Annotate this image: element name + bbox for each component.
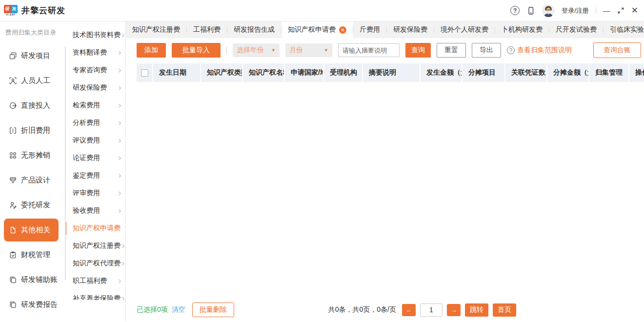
add-button[interactable]: 添加 [137,43,166,58]
subsidebar-item-ip-application-fee[interactable]: 知识产权申请费 [66,220,125,237]
subsidebar-item-demonstration-fee[interactable]: 论证费用 [66,149,125,167]
subsidebar-item-label: 专家咨询费 [73,66,107,75]
first-page-button[interactable]: 首页 [493,303,516,317]
query-ledger-button[interactable]: 查询台账 [593,42,641,58]
sidebar-item-intangible-amortization[interactable]: 无形摊销 [4,144,59,167]
subsidebar-item-tech-book-fee[interactable]: 技术图书资料费 [66,26,125,44]
tab-ip-registration[interactable]: 知识产权注册费 [126,21,186,38]
subsidebar-item-label: 鉴定费用 [73,171,100,180]
month-select-value: 月份 [289,46,324,55]
select-all-checkbox[interactable] [141,69,148,77]
main-panel: 知识产权注册费工福利费研发报告生成知识产权申请费✕斤费用研发保险费境外个人研发费… [126,21,644,322]
subsidebar-item-label: 技术图书资料费 [73,31,121,40]
sidebar-item-rd-project[interactable]: 研发项目 [4,44,59,67]
subsidebar-item-supplementary-pension-fee[interactable]: 补充养老保险费 [66,290,125,300]
chevron-right-icon [117,279,122,284]
table-column-header: 关联凭证数 [505,63,546,82]
subsidebar-item-staff-welfare-fee[interactable]: 职工福利费 [66,272,125,290]
chevron-right-icon [117,191,122,196]
subsidebar-item-appraisal-fee[interactable]: 鉴定费用 [66,167,125,184]
sidebar-item-depreciation[interactable]: 折旧费用 [4,119,59,142]
tab-bar: 知识产权注册费工福利费研发报告生成知识产权申请费✕斤费用研发保险费境外个人研发费… [126,21,644,38]
sidebar-item-product-design[interactable]: 产品设计 [4,169,59,192]
logo-right-char: 发 [11,5,18,13]
jump-button[interactable]: 跳转 [465,303,488,317]
maximize-icon[interactable] [617,7,624,14]
login-register-link[interactable]: 登录/注册 [562,6,589,15]
next-page-button[interactable]: → [447,304,461,316]
subsidebar-item-analysis-fee[interactable]: 分析费用 [66,114,125,132]
reset-button[interactable]: 重置 [437,43,466,58]
sidebar-item-rd-auxiliary-ledger[interactable]: 研发辅助账 [4,268,59,291]
person-edit-icon [9,201,17,209]
sidebar-item-label: 无形摊销 [21,151,50,160]
tab-institution-rd[interactable]: 卜机构研发费 [495,21,549,38]
circle-arrow-icon [9,101,17,110]
tab-overseas-personal[interactable]: 境外个人研发费 [434,21,495,38]
subsidebar-item-label: 分析费用 [73,119,100,127]
subsidebar-item-ip-registration-fee[interactable]: 知识产权注册费 [66,237,125,255]
subsidebar-item-label: 评议费用 [73,136,100,145]
subsidebar-item-ip-agency-fee[interactable]: 知识产权代理费 [66,255,125,272]
subsidebar-item-label: 知识产权注册费 [73,242,121,250]
sidebar-item-direct-input[interactable]: 直接投入 [4,94,59,117]
page-number-input[interactable] [420,303,443,317]
user-avatar[interactable] [542,4,555,17]
subsidebar-item-rd-insurance-fee[interactable]: 研发保险费 [66,79,125,97]
chevron-right-icon [117,103,122,108]
sidebar-item-label: 研发辅助账 [21,275,58,284]
minimize-icon[interactable]: — [603,6,610,15]
table-column-header: 摘要说明 [363,63,420,82]
clear-selection-link[interactable]: 清空 [172,305,185,314]
tab-welfare[interactable]: 工福利费 [187,21,227,38]
sidebar-item-entrusted-rd[interactable]: 委托研发 [4,194,59,217]
subsidebar-item-acceptance-fee[interactable]: 验收费用 [66,202,125,220]
sidebar-primary-header: 费用归集大类目录 [0,21,66,44]
tab-close-icon[interactable]: ✕ [339,26,346,34]
tab-analysis[interactable]: 斤费用 [353,21,386,38]
sidebar-item-label: 直接投入 [21,101,50,110]
chevron-right-icon [121,33,125,38]
sidebar-item-label: 折旧费用 [21,126,50,135]
summary-search-input[interactable] [338,43,400,57]
tab-clinical-trial[interactable]: 引临床实验费 [604,21,644,38]
subsidebar-item-retrieval-fee[interactable]: 检索费用 [66,97,125,114]
close-icon[interactable]: ✕ [631,5,638,16]
help-icon[interactable]: ? [510,6,520,15]
toolbar-divider [226,47,227,54]
table-column-header: 受理机构 [324,63,362,82]
table-body-empty [126,82,644,298]
collection-scope-label: 查看归集范围说明 [517,46,572,55]
collection-scope-link[interactable]: ? 查看归集范围说明 [507,46,572,55]
tab-label: 研发报告生成 [234,25,275,34]
chevron-right-icon [117,138,122,143]
year-select[interactable]: 选择年份 ▼ [233,43,280,57]
tab-ip-application[interactable]: 知识产权申请费✕ [282,21,353,38]
table-column-header: 发生金额（元） [421,63,462,82]
sidebar-item-label: 财税管理 [21,250,50,260]
tab-dev-test[interactable]: 尺开发试验费 [549,21,603,38]
sidebar-item-finance-tax[interactable]: 财税管理 [4,243,59,266]
bracket-alert-icon [9,126,17,135]
chevron-right-icon [117,121,122,126]
sidebar-item-rd-expense-report[interactable]: 研发费报告 [4,293,59,316]
month-select[interactable]: 月份 ▼ [285,43,332,57]
query-button[interactable]: 查询 [405,43,431,58]
batch-import-button[interactable]: 批量导入 [172,43,221,58]
ledger-pages-icon [9,301,17,309]
subsidebar-item-expert-consulting-fee[interactable]: 专家咨询费 [66,61,125,79]
subsidebar-item-deliberation-fee[interactable]: 评议费用 [66,132,125,149]
tab-report-generation[interactable]: 研发报告生成 [227,21,281,38]
mobile-phone-icon[interactable] [526,6,535,15]
export-button[interactable]: 导出 [472,43,501,58]
subsidebar-item-translation-fee[interactable]: 资料翻译费 [66,44,125,61]
sidebar-item-personnel-labor[interactable]: 人员人工 [4,69,59,92]
prev-page-button[interactable]: ← [402,304,416,316]
paint-brush-icon [9,176,17,184]
tab-rd-insurance[interactable]: 研发保险费 [387,21,434,38]
subsidebar-item-review-fee[interactable]: 评审费用 [66,184,125,202]
clipboard-check-icon [9,251,17,259]
logo-left-char: 研 [4,5,11,13]
batch-delete-button[interactable]: 批量删除 [192,302,234,317]
sidebar-item-other-related[interactable]: 其他相关 [4,219,59,242]
